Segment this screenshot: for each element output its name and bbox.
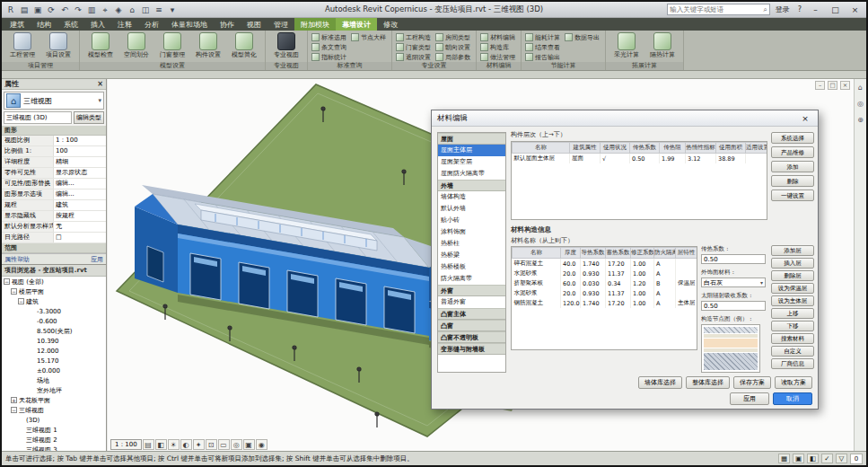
component-tree-item[interactable]: 防火隔离带	[438, 273, 505, 285]
component-tree-item[interactable]: 屋面主体层	[438, 145, 505, 156]
component-tree-item[interactable]: 热桥柱	[438, 238, 505, 250]
save-icon[interactable]: ▣	[31, 4, 44, 16]
visual-style-icon[interactable]: ◧	[155, 439, 167, 450]
material-column-header[interactable]: 导热系数	[581, 248, 606, 259]
ribbon-button[interactable]: 采光计算	[609, 32, 644, 58]
material-column-header[interactable]: 层特性	[676, 248, 697, 259]
dialog-side-button[interactable]: 产品维修	[771, 146, 814, 158]
ribbon-button[interactable]: 隔热计算	[645, 32, 679, 58]
crop-view-icon[interactable]: ⊡	[206, 439, 217, 450]
layer-button[interactable]: 设为保温层	[771, 283, 814, 294]
select-filter-icon[interactable]: ▽	[836, 454, 847, 463]
component-tree-item[interactable]: 外窗	[438, 285, 505, 296]
ribbon-button[interactable]: 模型检查	[83, 32, 118, 58]
ribbon-button[interactable]: 局部参数	[435, 52, 472, 62]
ribbon-tab[interactable]: 插入	[84, 18, 111, 31]
home-viewcube-icon[interactable]: ⌂	[858, 84, 863, 92]
component-tree-item[interactable]: 外墙	[438, 180, 505, 191]
browser-tree-item[interactable]: 三维视图 2	[2, 435, 106, 445]
material-column-header[interactable]: 名称	[513, 248, 561, 259]
edit-type-button[interactable]: 编辑类型	[74, 111, 104, 124]
close-button[interactable]: ×	[846, 3, 864, 16]
property-row[interactable]: 规程 建筑	[2, 200, 106, 211]
finish-material-select[interactable]: 白石灰▾	[701, 278, 766, 287]
instance-selector[interactable]: 三维视图 (3D)	[4, 111, 72, 124]
section-graphics[interactable]: 图形	[2, 126, 106, 136]
component-tree-item[interactable]: 热桥梁	[438, 250, 505, 261]
layer-button[interactable]: 搜索材料	[771, 333, 814, 344]
browser-tree-item[interactable]: + 天花板平面	[2, 395, 106, 405]
apply-button[interactable]: 应用	[730, 392, 769, 405]
component-tree-item[interactable]: 贴小砖	[438, 215, 505, 226]
worksets-icon[interactable]: ▦	[778, 454, 790, 463]
solar-absorb-field[interactable]: 0.50	[701, 301, 766, 311]
ribbon-tab[interactable]: 分析	[138, 18, 165, 31]
ribbon-button[interactable]: 空间划分	[119, 32, 153, 58]
ribbon-button[interactable]: 朝向设置	[435, 42, 472, 52]
expand-icon[interactable]: −	[11, 288, 17, 295]
view-scale-button[interactable]: 1 : 100	[110, 439, 142, 450]
component-tree-item[interactable]: 默认外墙	[438, 203, 505, 215]
layer-button[interactable]: 厂商信息	[771, 358, 814, 369]
crop-region-icon[interactable]: ▭	[218, 439, 230, 450]
layer-button[interactable]: 插入层	[771, 258, 814, 269]
browser-tree-item[interactable]: − 楼层平面	[2, 286, 106, 296]
ribbon-button[interactable]: 门窗整理	[155, 32, 189, 58]
ribbon-button[interactable]: 专业视图	[269, 32, 303, 58]
material-row[interactable]: 钢筋混凝土 120.0 1.740 17.20 1.00 A 主体层	[513, 298, 697, 308]
search-icon[interactable]: ⌕	[763, 5, 767, 14]
ribbon-tab[interactable]: 管理	[267, 18, 294, 31]
browser-tree-item[interactable]: 室外地坪	[2, 385, 106, 395]
measure-icon[interactable]: ⌖	[99, 4, 111, 16]
browser-tree-item[interactable]: 三维视图 1	[2, 425, 106, 435]
rendering-icon[interactable]: ✦	[193, 439, 205, 450]
redo-icon[interactable]: ↷	[72, 4, 84, 16]
ribbon-button[interactable]: 项目设置	[41, 32, 75, 58]
component-column-header[interactable]: 使用面积	[716, 143, 746, 154]
property-row[interactable]: 视图比例 1 : 100	[2, 136, 106, 146]
component-column-header[interactable]: 适用设置	[746, 143, 768, 154]
component-column-header[interactable]: 传热阻	[660, 143, 686, 154]
material-column-header[interactable]: 厚度	[561, 248, 581, 259]
browser-tree-item[interactable]: − 视图 (全部)	[2, 277, 106, 286]
undo-icon[interactable]: ↶	[58, 4, 71, 16]
dialog-side-button[interactable]: 添加	[771, 161, 814, 172]
expand-icon[interactable]: −	[18, 298, 24, 304]
expand-icon[interactable]: −	[4, 278, 10, 285]
component-column-header[interactable]: 传热系数	[630, 143, 660, 154]
steering-wheel-icon[interactable]: ◎	[857, 100, 864, 108]
component-tree-item[interactable]: 凸窗主体	[438, 308, 505, 320]
editable-only-icon[interactable]: ◧	[807, 454, 819, 463]
material-row[interactable]: 挤塑聚苯板 60.0 0.030 0.34 1.20 B 保温层	[513, 278, 697, 288]
ribbon-button[interactable]: 工程构造	[396, 32, 433, 42]
zoom-icon[interactable]: ⊕	[857, 116, 864, 124]
component-row[interactable]: 默认屋面主体层 屋面 √ 0.50 1.99 3.12 38.89	[513, 154, 768, 164]
ribbon-button[interactable]: 条文查询	[311, 42, 348, 52]
properties-apply-button[interactable]: 应用	[91, 255, 103, 264]
browser-tree-item[interactable]: ±0.000	[2, 366, 106, 375]
ribbon-button[interactable]: 门窗类型	[396, 42, 433, 52]
component-column-header[interactable]: 建筑属性	[570, 143, 601, 154]
component-tree-item[interactable]: 墙体构造	[438, 191, 505, 203]
isolate-icon[interactable]: ▣	[243, 439, 255, 450]
browser-tree-item[interactable]: 10.390	[2, 336, 106, 346]
thin-lines-icon[interactable]: ≡	[153, 4, 165, 16]
ribbon-tab[interactable]: 协作	[214, 18, 241, 31]
layer-button[interactable]: 自定义	[771, 346, 814, 357]
view-minimize-icon[interactable]: –	[815, 81, 825, 90]
dialog-side-button[interactable]: 删除	[771, 175, 814, 187]
layer-button[interactable]: 添加层	[771, 245, 814, 256]
ribbon-button[interactable]: 能耗计算	[525, 32, 562, 42]
sign-in-button[interactable]: 登录	[773, 4, 793, 14]
component-column-header[interactable]: 热惰性指标	[686, 143, 716, 154]
ribbon-button[interactable]: 报告输出	[525, 52, 562, 62]
view-restore-icon[interactable]: □	[828, 81, 837, 90]
property-row[interactable]: 图形显示选项 编辑...	[2, 189, 106, 200]
default-3d-view-icon[interactable]: ⌂	[126, 4, 138, 16]
expand-icon[interactable]: +	[11, 397, 17, 403]
expand-icon[interactable]: −	[11, 407, 17, 413]
view-close-icon[interactable]: ×	[840, 81, 850, 90]
ribbon-tab[interactable]: 结构	[31, 18, 57, 31]
revit-menu-icon[interactable]: R	[4, 4, 17, 16]
component-tree-item[interactable]: 热桥楼板	[438, 261, 505, 273]
